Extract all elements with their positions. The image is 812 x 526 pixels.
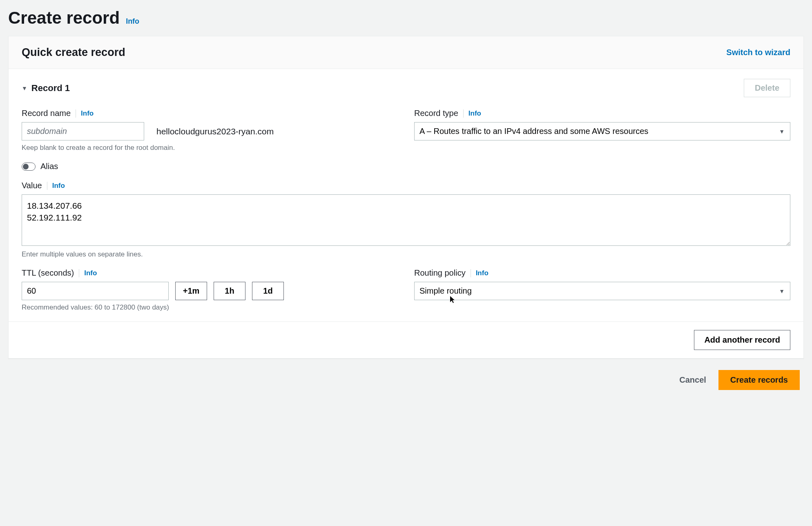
cancel-button[interactable]: Cancel bbox=[679, 375, 706, 385]
toggle-knob-icon bbox=[23, 164, 29, 169]
page-actions: Cancel Create records bbox=[8, 359, 804, 394]
record-name-label: Record name bbox=[22, 109, 71, 118]
routing-policy-label: Routing policy bbox=[414, 268, 466, 278]
divider bbox=[79, 269, 79, 277]
value-info-link[interactable]: Info bbox=[52, 182, 65, 190]
record-type-info-link[interactable]: Info bbox=[468, 109, 481, 118]
record-name-help: Keep blank to create a record for the ro… bbox=[22, 144, 398, 152]
value-label: Value bbox=[22, 181, 42, 190]
add-another-record-button[interactable]: Add another record bbox=[694, 330, 790, 350]
panel-header: Quick create record Switch to wizard bbox=[9, 36, 803, 69]
ttl-preset-1h-button[interactable]: 1h bbox=[214, 282, 245, 300]
record-header-toggle[interactable]: ▼ Record 1 bbox=[22, 83, 70, 94]
record-name-info-link[interactable]: Info bbox=[81, 109, 94, 118]
record-type-field: Record type Info A – Routes traffic to a… bbox=[414, 109, 790, 152]
value-help: Enter multiple values on separate lines. bbox=[22, 250, 790, 259]
divider bbox=[47, 182, 47, 190]
alias-label: Alias bbox=[40, 162, 58, 171]
alias-toggle[interactable] bbox=[22, 163, 36, 171]
record-type-label: Record type bbox=[414, 109, 458, 118]
caret-down-icon: ▼ bbox=[22, 85, 27, 91]
page-info-link[interactable]: Info bbox=[126, 17, 139, 26]
quick-create-panel: Quick create record Switch to wizard ▼ R… bbox=[8, 36, 804, 359]
panel-footer: Add another record bbox=[9, 321, 803, 358]
ttl-preset-1m-button[interactable]: +1m bbox=[175, 282, 207, 300]
divider bbox=[463, 109, 464, 118]
ttl-field: TTL (seconds) Info +1m 1h 1d Recommended… bbox=[22, 268, 398, 312]
divider bbox=[76, 109, 76, 118]
create-records-button[interactable]: Create records bbox=[718, 370, 800, 390]
routing-policy-info-link[interactable]: Info bbox=[476, 269, 489, 277]
switch-to-wizard-link[interactable]: Switch to wizard bbox=[726, 48, 790, 57]
routing-policy-select[interactable]: Simple routing bbox=[414, 282, 790, 300]
record-type-select[interactable]: A – Routes traffic to an IPv4 address an… bbox=[414, 122, 790, 140]
value-textarea[interactable] bbox=[22, 194, 790, 246]
record-title: Record 1 bbox=[31, 83, 70, 94]
panel-body: ▼ Record 1 Delete Record name Info hello… bbox=[9, 69, 803, 321]
routing-policy-field: Routing policy Info Simple routing ▼ bbox=[414, 268, 790, 312]
delete-button[interactable]: Delete bbox=[744, 79, 790, 97]
ttl-info-link[interactable]: Info bbox=[84, 269, 97, 277]
ttl-help: Recommended values: 60 to 172800 (two da… bbox=[22, 303, 398, 312]
record-name-input[interactable] bbox=[22, 122, 144, 140]
page-title: Create record bbox=[8, 8, 120, 28]
domain-suffix: hellocloudgurus2023-ryan.com bbox=[156, 127, 274, 136]
divider bbox=[471, 269, 471, 277]
panel-title: Quick create record bbox=[22, 46, 125, 59]
record-name-field: Record name Info hellocloudgurus2023-rya… bbox=[22, 109, 398, 152]
ttl-label: TTL (seconds) bbox=[22, 268, 74, 278]
ttl-input[interactable] bbox=[22, 282, 169, 300]
ttl-preset-1d-button[interactable]: 1d bbox=[252, 282, 284, 300]
